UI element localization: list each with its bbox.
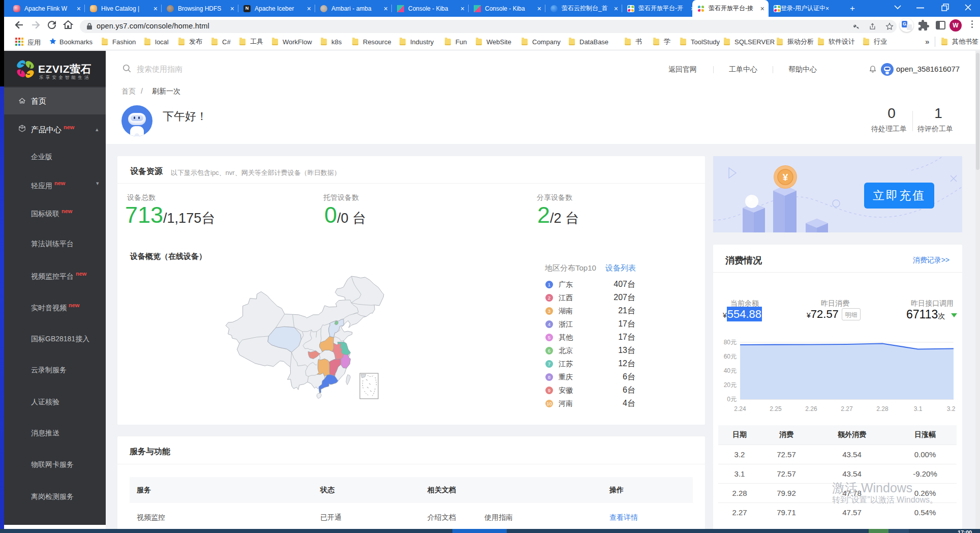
svg-text:40元: 40元 — [724, 367, 737, 374]
svg-text:¥: ¥ — [783, 172, 788, 183]
svg-text:2.25: 2.25 — [770, 405, 782, 412]
svg-text:3.2: 3.2 — [947, 405, 956, 412]
svg-text:80元: 80元 — [724, 339, 737, 346]
svg-text:60元: 60元 — [724, 353, 737, 360]
svg-text:0元: 0元 — [727, 396, 737, 403]
svg-text:3.1: 3.1 — [914, 405, 923, 412]
svg-text:2.28: 2.28 — [876, 405, 889, 412]
svg-text:2.26: 2.26 — [805, 405, 817, 412]
svg-text:2.24: 2.24 — [734, 405, 746, 412]
svg-text:2.27: 2.27 — [841, 405, 853, 412]
svg-text:20元: 20元 — [724, 381, 737, 389]
